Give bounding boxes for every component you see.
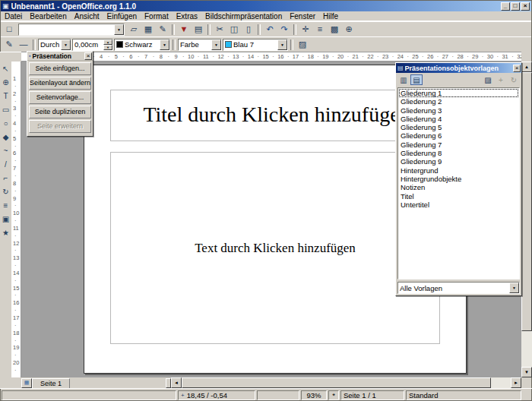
zoom-icon[interactable]: ⊕ — [342, 24, 356, 36]
update-style-icon[interactable]: ↻ — [508, 74, 520, 85]
fill-color-dropdown-icon[interactable]: ▼ — [277, 39, 287, 50]
stylist-close-icon[interactable]: × — [513, 65, 521, 72]
save-icon[interactable]: ▦ — [141, 24, 155, 36]
vertical-scroll-track[interactable] — [521, 72, 532, 367]
palette-command[interactable]: Seite duplizieren — [29, 106, 91, 118]
line-color-combobox[interactable]: Schwarz ▼ — [114, 39, 170, 51]
style-entry[interactable]: Gliederung 7 — [399, 141, 518, 149]
horizontal-ruler[interactable]: 1234567891011121314151617181920212223242… — [21, 52, 521, 62]
export-pdf-icon[interactable]: ▼ — [177, 24, 191, 36]
vertical-ruler[interactable]: 1234567891011121314151617181920 — [11, 62, 21, 377]
scroll-down-icon[interactable]: ▼ — [521, 367, 532, 377]
alignment-tool-icon[interactable]: ≡ — [1, 200, 11, 211]
fill-type-combobox[interactable]: Farbe ▼ — [178, 39, 222, 51]
text-tool-icon[interactable]: T — [1, 90, 11, 102]
rectangle-tool-icon[interactable]: ▭ — [1, 104, 11, 115]
line-icon[interactable]: — — [17, 39, 30, 51]
menu-item[interactable]: Bildschirmpräsentation — [201, 11, 286, 21]
line-style-dropdown-icon[interactable]: ▼ — [61, 39, 71, 50]
style-entry[interactable]: Gliederung 8 — [399, 149, 518, 157]
view-mode-button[interactable]: ▦ — [21, 378, 32, 388]
status-position-cell[interactable]: + 18,45 / -0,54 — [178, 390, 255, 400]
line-tool-icon[interactable]: / — [1, 159, 11, 170]
style-filter-combobox[interactable]: Alle Vorlagen ▼ — [397, 282, 520, 294]
connector-tool-icon[interactable]: ⌐ — [1, 172, 11, 184]
shadow-icon[interactable]: ▨ — [296, 39, 309, 51]
style-entry[interactable]: Gliederung 9 — [399, 157, 518, 166]
page-tab[interactable]: Seite 1 — [32, 378, 70, 388]
scroll-right-icon[interactable]: ► — [511, 377, 521, 388]
paste-icon[interactable]: ▯ — [242, 24, 255, 36]
text-placeholder[interactable]: Text durch Klicken hinzufügen — [110, 152, 440, 344]
style-entry[interactable]: Gliederung 4 — [399, 115, 518, 123]
status-modified-cell[interactable]: * — [328, 390, 339, 400]
zoom-tool-icon[interactable]: ⊕ — [1, 77, 11, 88]
palette-command[interactable]: Seite einfügen... — [29, 62, 91, 75]
fill-format-mode-icon[interactable]: ▨ — [482, 74, 494, 85]
edit-points-icon[interactable]: ✎ — [2, 39, 16, 51]
menu-item[interactable]: Ansicht — [71, 11, 103, 21]
fill-type-dropdown-icon[interactable]: ▼ — [211, 39, 221, 50]
style-entry[interactable]: Hintergrundobjekte — [399, 175, 518, 183]
menu-item[interactable]: Bearbeiten — [26, 11, 70, 21]
vertical-scrollbar[interactable]: ▲ ▼ — [521, 62, 532, 377]
stylist-icon[interactable]: ≡ — [313, 24, 327, 36]
menu-item[interactable]: Einfügen — [103, 11, 141, 21]
url-combobox[interactable]: ▼ — [18, 24, 125, 36]
style-entry[interactable]: Notizen — [399, 183, 518, 191]
vertical-scroll-thumb[interactable] — [521, 72, 532, 331]
graphics-styles-icon[interactable]: ▥ — [397, 74, 410, 85]
tab-splitter[interactable] — [166, 378, 171, 388]
edit-file-icon[interactable]: ✎ — [156, 24, 169, 36]
ellipse-tool-icon[interactable]: ○ — [1, 118, 11, 129]
title-bar[interactable]: ▣ Unbenannt1 - OpenOffice.org 1.1.0 _ □ … — [1, 1, 531, 11]
scroll-up-icon[interactable]: ▲ — [521, 62, 532, 72]
status-style-cell[interactable]: Standard — [406, 390, 521, 400]
menu-item[interactable]: Datei — [1, 11, 26, 21]
palette-close-icon[interactable]: × — [84, 52, 92, 60]
style-entry[interactable]: Titel — [399, 192, 518, 200]
style-entry[interactable]: Gliederung 6 — [399, 131, 518, 140]
undo-icon[interactable]: ↶ — [263, 24, 277, 36]
palette-command[interactable]: Seite erweitern — [29, 120, 91, 133]
arrange-tool-icon[interactable]: ▣ — [1, 213, 11, 225]
style-entry[interactable]: Gliederung 1 — [399, 89, 518, 97]
copy-icon[interactable]: ◫ — [227, 24, 241, 36]
status-page-cell[interactable]: Seite 1 / 1 — [340, 390, 404, 400]
maximize-button[interactable]: □ — [511, 2, 520, 11]
line-width-field[interactable]: 0,00cm ▲ ▼ — [72, 39, 113, 51]
menu-item[interactable]: Fenster — [286, 11, 319, 21]
status-zoom-cell[interactable]: 93% — [301, 390, 327, 400]
new-style-icon[interactable]: + — [495, 74, 507, 85]
effects-tool-icon[interactable]: ★ — [1, 227, 11, 238]
minimize-button[interactable]: _ — [501, 2, 510, 11]
style-filter-dropdown-icon[interactable]: ▼ — [509, 283, 519, 293]
rotate-tool-icon[interactable]: ↻ — [1, 186, 11, 197]
title-placeholder[interactable]: Titel durch Klicken hinzufügen — [110, 90, 443, 141]
curve-tool-icon[interactable]: ~ — [1, 145, 11, 156]
menu-item[interactable]: Hilfe — [319, 11, 342, 21]
menu-item[interactable]: Extras — [173, 11, 201, 21]
style-entry[interactable]: Gliederung 3 — [399, 106, 518, 115]
cut-icon[interactable]: ✂ — [213, 24, 226, 36]
new-document-icon[interactable]: □ — [2, 24, 16, 36]
gallery-icon[interactable]: ▩ — [328, 24, 341, 36]
presentation-styles-icon[interactable]: ▤ — [410, 74, 423, 85]
style-entry[interactable]: Gliederung 2 — [399, 97, 518, 106]
horizontal-scroll-thumb[interactable] — [182, 377, 491, 388]
fill-color-combobox[interactable]: Blau 7 ▼ — [223, 39, 288, 51]
palette-command[interactable]: Seitenlayout ändern... — [29, 77, 91, 90]
style-entry[interactable]: Gliederung 5 — [399, 123, 518, 131]
objects3d-tool-icon[interactable]: ◆ — [1, 131, 11, 143]
navigator-icon[interactable]: ✛ — [299, 24, 312, 36]
close-button[interactable]: × — [521, 2, 530, 11]
palette-command[interactable]: Seitenvorlage... — [29, 91, 91, 104]
stylist-title-bar[interactable]: ▤ Präsentationsobjektvorlagen × — [396, 63, 521, 73]
line-style-combobox[interactable]: Durchgängig ▼ — [38, 39, 71, 51]
print-icon[interactable]: ▤ — [192, 24, 205, 36]
app-window-icon[interactable]: ▣ — [2, 3, 9, 10]
style-entry[interactable]: Hintergrund — [399, 166, 518, 175]
scroll-left-icon[interactable]: ◄ — [171, 377, 182, 388]
select-tool-icon[interactable]: ↖ — [1, 63, 11, 74]
redo-icon[interactable]: ↷ — [277, 24, 291, 36]
